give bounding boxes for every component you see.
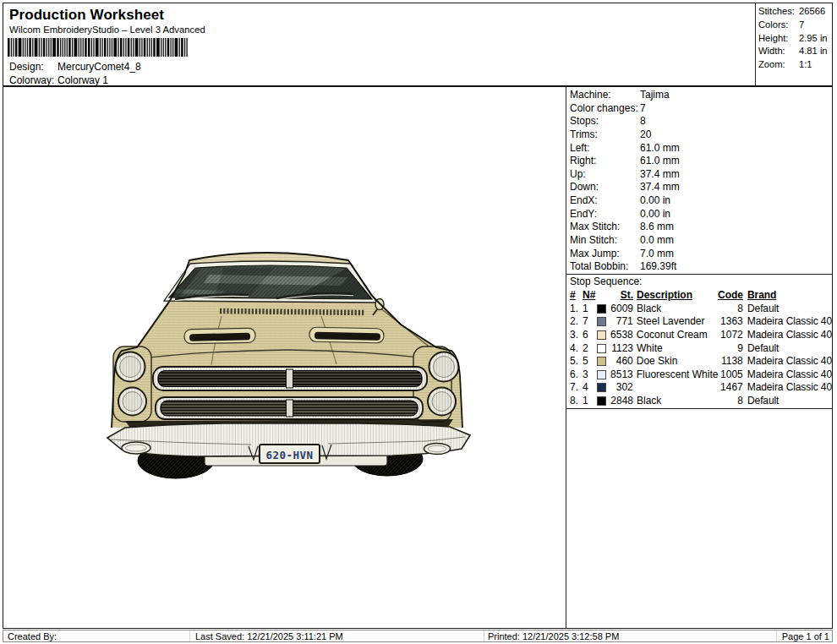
footer-page: Page 1 of 1 xyxy=(777,630,832,641)
detail-row: Machine:Tajima xyxy=(570,89,832,102)
detail-label: Machine: xyxy=(570,89,640,101)
design-summary-box: Stitches:26566Colors:7Height:2.95 inWidt… xyxy=(755,3,832,85)
column-code: Code xyxy=(718,289,743,301)
detail-label: Max Stitch: xyxy=(570,221,640,232)
seq-swatch-cell xyxy=(597,342,609,356)
stop-sequence-rows: 1.16009Black8Default2.7771Steel Lavender… xyxy=(566,303,832,408)
summary-row: Width:4.81 in xyxy=(758,46,832,59)
stop-sequence-end-divider xyxy=(566,408,832,409)
seq-stitch-count: 2848 xyxy=(609,395,633,407)
seq-swatch-cell xyxy=(597,355,609,368)
detail-label: Color changes: xyxy=(570,102,640,114)
thread-color-swatch xyxy=(597,330,606,340)
detail-row: Color changes:7 xyxy=(570,102,832,116)
summary-rows: Stitches:26566Colors:7Height:2.95 inWidt… xyxy=(756,3,832,73)
seq-brand: Default xyxy=(743,303,779,314)
summary-row: Height:2.95 in xyxy=(758,33,832,46)
design-preview-car: 620-HVN xyxy=(96,240,485,489)
detail-value: 7 xyxy=(640,102,646,114)
summary-value: 1:1 xyxy=(799,59,812,69)
thread-color-swatch xyxy=(597,344,606,353)
detail-row: EndY:0.00 in xyxy=(570,208,832,221)
design-name-row: Design:MercuryComet4_8 xyxy=(9,61,141,73)
summary-row: Colors:7 xyxy=(758,19,832,33)
seq-code: 1467 xyxy=(706,381,743,393)
seq-description: White xyxy=(633,342,706,354)
detail-label: EndY: xyxy=(570,208,640,220)
seq-needle: 3 xyxy=(583,368,597,380)
seq-brand: Default xyxy=(743,342,779,354)
seq-num: 7. xyxy=(570,381,583,393)
detail-value: 0.0 mm xyxy=(640,234,674,246)
thread-color-swatch xyxy=(597,396,606,406)
detail-label: Stops: xyxy=(570,115,640,127)
detail-value: Tajima xyxy=(640,89,670,101)
column-needle: N# xyxy=(583,289,595,301)
seq-stitch-count: 1123 xyxy=(609,342,633,354)
colorway-label: Colorway: xyxy=(9,74,57,86)
seq-stitch-count: 6538 xyxy=(609,329,633,341)
summary-value: 7 xyxy=(799,19,804,30)
detail-row: Right:61.0 mm xyxy=(570,155,832,168)
summary-value: 2.95 in xyxy=(799,33,828,43)
seq-needle: 4 xyxy=(583,381,597,393)
detail-label: Left: xyxy=(570,142,640,154)
stop-sequence-row: 4.21123White9Default xyxy=(566,342,832,356)
detail-value: 8.6 mm xyxy=(640,221,674,232)
seq-num: 4. xyxy=(570,342,583,354)
detail-value: 0.00 in xyxy=(640,194,670,206)
details-panel: Machine:TajimaColor changes:7Stops:8Trim… xyxy=(566,87,832,628)
summary-label: Height: xyxy=(758,33,799,43)
seq-brand: Default xyxy=(743,395,779,407)
stop-sequence-row: 3.66538Coconut Cream1072Madeira Classic … xyxy=(566,329,832,342)
license-plate-text: 620-HVN xyxy=(265,449,313,461)
stop-sequence-row: 8.12848Black8Default xyxy=(566,395,832,408)
detail-value: 20 xyxy=(640,128,651,140)
seq-description: Doe Skin xyxy=(633,355,706,367)
seq-description: Coconut Cream xyxy=(633,329,706,341)
seq-code: 1005 xyxy=(706,368,743,380)
column-st: St. xyxy=(621,289,633,301)
detail-value: 0.00 in xyxy=(640,208,670,220)
seq-swatch-cell xyxy=(597,329,609,342)
colorway-row: Colorway:Colorway 1 xyxy=(9,74,108,86)
stop-sequence-row: 1.16009Black8Default xyxy=(566,303,832,316)
seq-code: 8 xyxy=(706,303,743,314)
seq-code: 1363 xyxy=(706,315,743,327)
windshield xyxy=(164,261,384,303)
detail-value: 8 xyxy=(640,115,646,127)
seq-num: 1. xyxy=(570,303,583,314)
stop-sequence-row: 5.5460Doe Skin1138Madeira Classic 40 xyxy=(566,355,832,368)
summary-row: Stitches:26566 xyxy=(758,6,832,19)
seq-num: 3. xyxy=(570,329,583,341)
detail-row: Trims:20 xyxy=(570,128,832,142)
detail-row: Max Stitch:8.6 mm xyxy=(570,221,832,234)
seq-description: Steel Lavender xyxy=(633,315,706,327)
footer-last-saved: Last Saved: 12/21/2025 3:11:21 PM xyxy=(190,630,484,641)
seq-description: Black xyxy=(633,303,706,314)
seq-brand: Madeira Classic 40 xyxy=(743,355,832,367)
design-value: MercuryComet4_8 xyxy=(57,61,141,73)
footer-printed: Printed: 12/21/2025 3:12:58 PM xyxy=(484,630,777,641)
stop-sequence-header: # N# St. Description Code Brand xyxy=(566,289,832,303)
detail-value: 7.0 mm xyxy=(640,248,674,259)
license-plate: 620-HVN xyxy=(260,445,320,463)
stop-sequence-row: 6.38513Fluorescent White1005Madeira Clas… xyxy=(566,368,832,382)
stop-sequence-table: # N# St. Description Code Brand 1.16009B… xyxy=(566,289,832,408)
machine-details: Machine:TajimaColor changes:7Stops:8Trim… xyxy=(566,87,832,274)
detail-row: Total Bobbin:169.39ft xyxy=(570,260,832,274)
thread-color-swatch xyxy=(597,304,606,314)
seq-code: 1072 xyxy=(706,329,743,341)
footer: Created By: Last Saved: 12/21/2025 3:11:… xyxy=(3,630,833,642)
barcode xyxy=(8,38,189,57)
detail-label: Trims: xyxy=(570,128,640,140)
seq-swatch-cell xyxy=(597,381,609,395)
seq-needle: 5 xyxy=(583,355,597,367)
detail-row: Max Jump:7.0 mm xyxy=(570,248,832,261)
seq-num: 2. xyxy=(570,315,583,327)
detail-value: 37.4 mm xyxy=(640,168,680,180)
column-num: # xyxy=(570,289,576,301)
detail-value: 37.4 mm xyxy=(640,181,680,193)
detail-label: Down: xyxy=(570,181,640,193)
detail-label: Total Bobbin: xyxy=(570,260,640,272)
